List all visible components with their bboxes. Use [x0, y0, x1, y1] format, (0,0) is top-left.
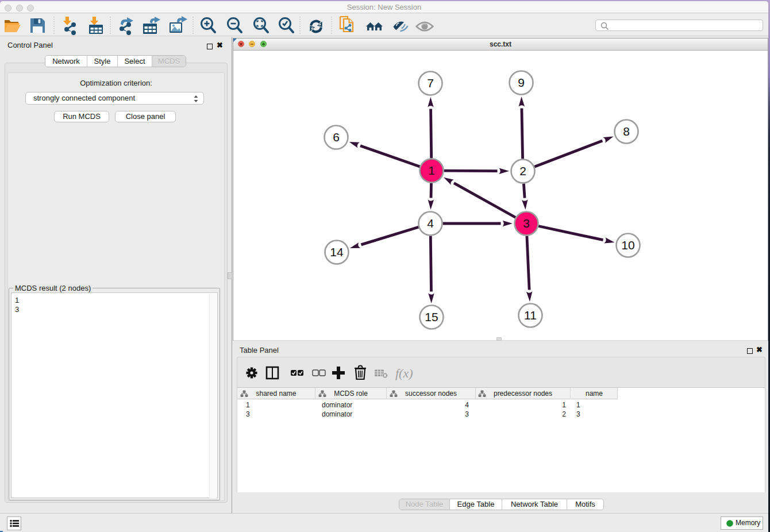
svg-text:9: 9 [518, 76, 525, 89]
svg-text:7: 7 [427, 76, 434, 90]
svg-text:14: 14 [330, 245, 344, 259]
svg-text:3: 3 [523, 217, 530, 230]
svg-text:4: 4 [427, 217, 434, 230]
svg-text:15: 15 [425, 310, 438, 323]
svg-text:2: 2 [519, 164, 526, 178]
svg-text:10: 10 [621, 238, 634, 252]
svg-text:8: 8 [623, 125, 630, 138]
svg-text:11: 11 [524, 309, 537, 322]
svg-text:1: 1 [428, 164, 435, 177]
svg-text:f(x): f(x) [395, 366, 413, 380]
svg-text:6: 6 [333, 130, 340, 144]
